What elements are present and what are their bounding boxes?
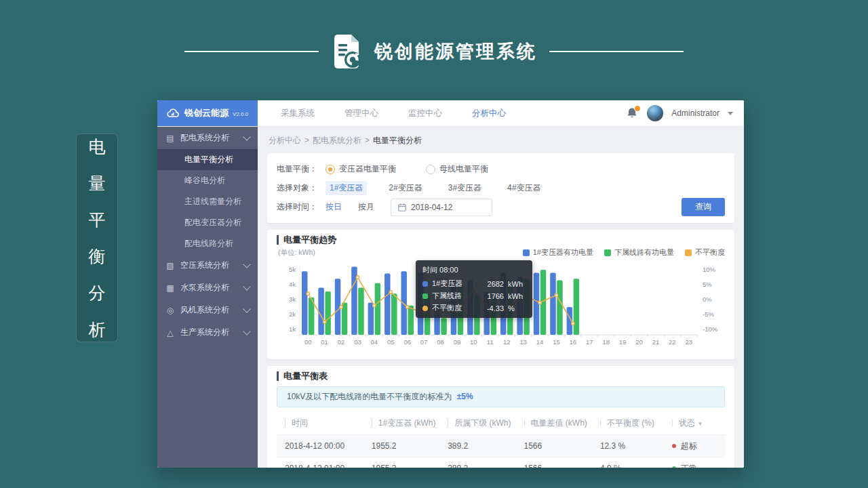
object-pill-1[interactable]: 2#变压器	[384, 181, 426, 195]
axis-tick-label: 23	[686, 338, 693, 346]
side-label-char: 平	[89, 209, 106, 231]
page-background: 锐创能源管理系统 电量平衡分析 锐创云能源 V2.0.0 采集系统管理中心监控中…	[0, 0, 868, 488]
bar-0-6[interactable]	[401, 271, 407, 335]
breadcrumb-separator: >	[304, 136, 309, 145]
bar-0-4[interactable]	[368, 302, 374, 335]
nav-tab-0[interactable]: 采集系统	[281, 108, 315, 119]
bar-0-15[interactable]	[550, 272, 556, 335]
header-divider	[448, 420, 448, 426]
chevron-down-icon[interactable]	[728, 112, 733, 115]
main-content: 分析中心>配电系统分析>电量平衡分析 电量平衡： 变压器电量平衡母线电量平衡 选…	[258, 127, 744, 468]
bar-0-0[interactable]	[302, 271, 308, 335]
bar-1-16[interactable]	[574, 279, 580, 335]
sidebar-group-3[interactable]: ◎风机系统分析	[157, 299, 258, 321]
balance-trend-chart[interactable]: 1k2k3k4k5k-10%-5%0%5%10%0001020304050607…	[277, 259, 725, 358]
avatar[interactable]	[647, 105, 663, 121]
sidebar-group-1[interactable]: ▧空压系统分析	[157, 254, 258, 277]
line-marker[interactable]	[340, 306, 342, 308]
bar-1-6[interactable]	[408, 306, 414, 335]
legend-item-2[interactable]: 不平衡度	[685, 247, 725, 258]
time-mode-0[interactable]: 按日	[326, 201, 342, 213]
side-label-electricity-balance: 电量平衡分析	[76, 134, 118, 342]
axis-tick-label: 11	[487, 338, 494, 346]
bar-1-8[interactable]	[441, 318, 447, 335]
balance-type-row: 电量平衡： 变压器电量平衡母线电量平衡	[277, 161, 725, 178]
object-label: 选择对象：	[277, 182, 326, 194]
trend-title: 电量平衡趋势	[277, 235, 725, 245]
balance-radio-1[interactable]: 母线电量平衡	[426, 163, 488, 175]
breadcrumb-item-0[interactable]: 分析中心	[269, 136, 301, 145]
side-label-char: 量	[89, 172, 106, 195]
line-marker[interactable]	[323, 321, 326, 323]
chevron-down-icon	[243, 283, 250, 290]
balance-table: 时间1#变压器 (kWh)所属下级 (kWh)电量差值 (kWh)不平衡度 (%…	[277, 411, 725, 468]
bar-1-15[interactable]	[557, 280, 563, 335]
sidebar-group-4[interactable]: △生产系统分析	[157, 321, 258, 344]
col-header-5[interactable]: 状态▼	[671, 411, 725, 435]
table-row-0: 2018-4-12 00:001955.2389.2156612.3 %超标	[277, 435, 725, 458]
line-marker[interactable]	[307, 292, 309, 295]
axis-tick-label: -10%	[703, 325, 718, 333]
col-header-4: 不平衡度 (%)	[599, 411, 671, 435]
user-name: Administrator	[671, 108, 719, 118]
nav-tab-2[interactable]: 监控中心	[408, 108, 442, 119]
line-marker[interactable]	[373, 304, 376, 307]
sidebar-item-0-0[interactable]: 电量平衡分析	[157, 149, 258, 170]
bar-1-5[interactable]	[391, 293, 397, 335]
line-marker[interactable]	[356, 276, 359, 279]
line-marker[interactable]	[538, 301, 541, 304]
sidebar-item-0-3[interactable]: 配电变压器分析	[157, 212, 258, 233]
query-button[interactable]: 查询	[682, 198, 725, 216]
bar-0-1[interactable]	[318, 287, 324, 335]
sidebar-item-0-1[interactable]: 峰谷电分析	[157, 170, 258, 191]
time-row: 选择时间： 按日按月 2018-04-12 查询	[277, 199, 725, 216]
cell-0-2: 389.2	[447, 435, 523, 458]
notice-text: 10kV及以下配电线路的电量不平衡度的标准为	[287, 392, 452, 401]
cell-1-2: 389.2	[447, 458, 523, 468]
radio-label: 变压器电量平衡	[339, 163, 396, 175]
axis-tick-label: -5%	[703, 310, 714, 318]
object-pill-2[interactable]: 3#变压器	[444, 181, 486, 195]
line-marker[interactable]	[389, 291, 392, 293]
time-mode-1[interactable]: 按月	[358, 201, 374, 213]
axis-tick-label: 10%	[703, 266, 716, 273]
axis-tick-label: 15	[553, 338, 560, 346]
axis-tick-label: 3k	[289, 296, 296, 303]
sidebar-item-0-2[interactable]: 主进线需量分析	[157, 191, 258, 212]
line-marker[interactable]	[555, 293, 557, 296]
notifications-button[interactable]	[627, 107, 639, 119]
tooltip-label: 下属线路	[432, 291, 462, 301]
legend-item-0[interactable]: 1#变压器有功电量	[523, 247, 593, 258]
line-marker[interactable]	[572, 322, 574, 325]
line-marker[interactable]	[406, 306, 409, 308]
bar-1-4[interactable]	[375, 283, 381, 335]
nav-tab-3[interactable]: 分析中心	[472, 108, 506, 119]
bar-0-5[interactable]	[384, 274, 391, 336]
sidebar-group-0[interactable]: ▤配电系统分析	[157, 127, 258, 149]
bar-1-1[interactable]	[325, 291, 331, 335]
sidebar: ▤配电系统分析电量平衡分析峰谷电分析主进线需量分析配电变压器分析配电线路分析▧空…	[157, 127, 258, 468]
app-body: ▤配电系统分析电量平衡分析峰谷电分析主进线需量分析配电变压器分析配电线路分析▧空…	[157, 127, 744, 468]
app-logo[interactable]: 锐创云能源 V2.0.0	[157, 100, 258, 126]
axis-tick-label: 04	[371, 338, 378, 346]
cell-0-4: 12.3 %	[599, 435, 671, 458]
object-pill-0[interactable]: 1#变压器	[326, 181, 367, 195]
balance-radio-0[interactable]: 变压器电量平衡	[326, 163, 396, 175]
date-input[interactable]: 2018-04-12	[391, 199, 492, 216]
banner-title: 锐创能源管理系统	[374, 39, 537, 64]
sidebar-group-2[interactable]: ▦水泵系统分析	[157, 277, 258, 299]
object-pill-3[interactable]: 4#变压器	[503, 181, 545, 195]
breadcrumb: 分析中心>配电系统分析>电量平衡分析	[269, 135, 734, 146]
sidebar-item-0-4[interactable]: 配电线路分析	[157, 233, 258, 254]
axis-tick-label: 19	[619, 338, 627, 346]
bar-1-3[interactable]	[358, 287, 364, 335]
status-cell: 正常	[671, 458, 725, 468]
caret-down-icon[interactable]: ▼	[698, 421, 703, 427]
tooltip-unit: %	[508, 304, 526, 312]
balance-table-title: 电量平衡表	[277, 371, 725, 381]
legend-item-1[interactable]: 下属线路有功电量	[604, 247, 674, 258]
standard-notice: 10kV及以下配电线路的电量不平衡度的标准为 ±5%	[277, 386, 725, 407]
nav-tab-1[interactable]: 管理中心	[344, 108, 378, 119]
breadcrumb-item-1[interactable]: 配电系统分析	[313, 136, 361, 145]
legend-swatch-icon	[604, 249, 611, 256]
